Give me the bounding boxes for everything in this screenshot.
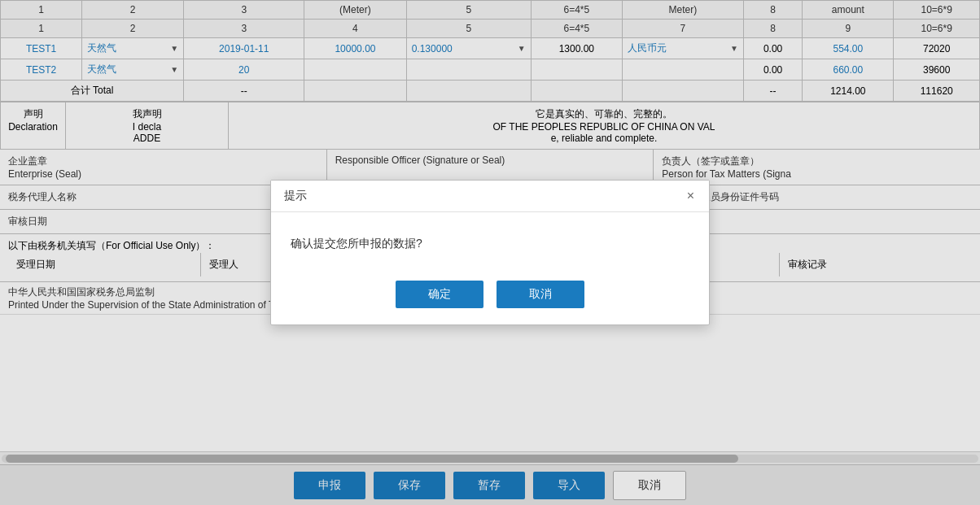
dialog-header: 提示 ×	[271, 181, 709, 212]
dialog-body: 确认提交您所申报的数据?	[271, 212, 709, 268]
dialog-message: 确认提交您所申报的数据?	[291, 237, 422, 250]
main-container: 1 2 3 (Meter) 5 6=4*5 Meter) 8 amount 10…	[0, 0, 980, 505]
dialog-confirm-button[interactable]: 确定	[396, 281, 483, 308]
dialog-cancel-button[interactable]: 取消	[497, 281, 584, 308]
dialog-title: 提示	[284, 189, 307, 203]
dialog-box: 提示 × 确认提交您所申报的数据? 确定 取消	[270, 180, 710, 325]
dialog-close-button[interactable]: ×	[685, 189, 696, 202]
dialog-overlay: 提示 × 确认提交您所申报的数据? 确定 取消	[0, 0, 980, 505]
dialog-footer: 确定 取消	[271, 268, 709, 324]
